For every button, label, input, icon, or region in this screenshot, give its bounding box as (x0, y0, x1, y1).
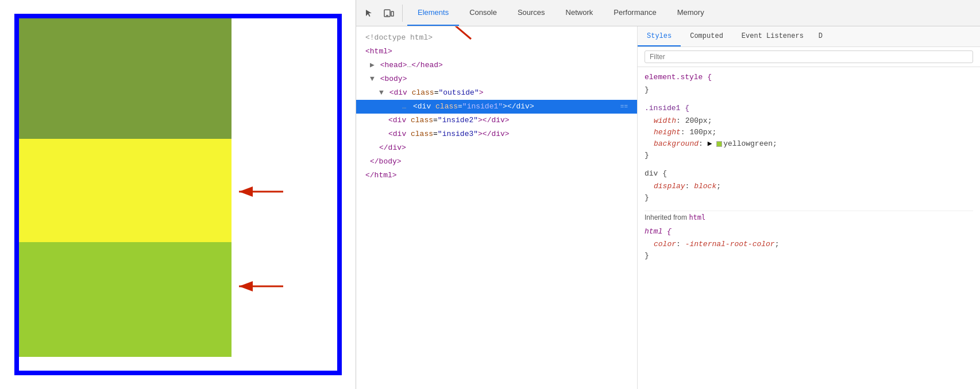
devtools-main: <!doctype html> <html> ▶ <head>…</head> … (356, 26, 980, 389)
tab-memory[interactable]: Memory (667, 0, 715, 26)
body-line[interactable]: ▼ <body> (356, 72, 637, 86)
head-line[interactable]: ▶ <head>…</head> (356, 59, 637, 72)
inspect-button[interactable] (361, 5, 378, 22)
inside1-rule: .inside1 { width: 200px; height: 100px; … (645, 103, 973, 161)
div-inside3-line[interactable]: <div class="inside3"></div> (356, 127, 637, 141)
styles-subtabs: Styles Computed Event Listeners D (638, 26, 980, 47)
div-outside-close-line: </div> (356, 141, 637, 155)
preview-box (14, 14, 342, 375)
selected-indicator: == (620, 101, 632, 112)
body-close-line: </body> (356, 155, 637, 169)
html-open-line: <html> (356, 45, 637, 59)
svg-rect-5 (391, 11, 393, 16)
devtools-tabs: Elements Console Sources Network Perform… (407, 0, 715, 26)
filter-input[interactable] (645, 50, 973, 63)
lime-bottom-box (19, 242, 232, 357)
arrow-1 (234, 179, 286, 207)
tab-elements[interactable]: Elements (407, 0, 459, 26)
arrow-2 (234, 274, 286, 302)
html-close-line: </html> (356, 169, 637, 182)
doctype-line: <!doctype html> (356, 31, 637, 45)
green-top-box (19, 18, 232, 139)
subtab-event-listeners[interactable]: Event Listeners (732, 26, 813, 46)
devtools-toolbar: Elements Console Sources Network Perform… (356, 0, 980, 26)
head-expand[interactable]: ▶ (370, 61, 375, 69)
html-rule: html { color: -internal-root-color; } (645, 226, 973, 262)
tab-performance[interactable]: Performance (603, 0, 666, 26)
tab-sources[interactable]: Sources (507, 0, 555, 26)
color-swatch[interactable] (716, 141, 722, 147)
styles-panel: Styles Computed Event Listeners D elemen… (638, 26, 980, 389)
device-toggle-button[interactable] (380, 5, 398, 22)
preview-panel (0, 0, 356, 389)
html-panel[interactable]: <!doctype html> <html> ▶ <head>…</head> … (356, 26, 638, 389)
subtab-computed[interactable]: Computed (681, 26, 732, 46)
outside-expand[interactable]: ▼ (379, 88, 384, 97)
div-inside2-line[interactable]: <div class="inside2"></div> (356, 114, 637, 127)
tab-console[interactable]: Console (459, 0, 507, 26)
toolbar-icons (361, 5, 403, 22)
div-rule: div { display: block; } (645, 168, 973, 204)
devtools-panel: Elements Console Sources Network Perform… (356, 0, 980, 389)
div-inside1-line[interactable]: … <div class="inside1"></div> == (356, 100, 637, 114)
yellow-box (19, 139, 232, 242)
subtab-styles[interactable]: Styles (638, 26, 681, 46)
styles-content: element.style { } .inside1 { width: 200p… (638, 67, 980, 389)
styles-filter (638, 47, 980, 67)
element-style-rule: element.style { } (645, 72, 973, 96)
color-arrow: ▶ (708, 139, 717, 148)
subtab-more[interactable]: D (813, 26, 828, 46)
tab-network[interactable]: Network (555, 0, 604, 26)
div-outside-line[interactable]: ▼ <div class="outside"> (356, 86, 637, 100)
body-expand[interactable]: ▼ (370, 75, 375, 83)
inherited-from: Inherited from html (645, 211, 973, 226)
